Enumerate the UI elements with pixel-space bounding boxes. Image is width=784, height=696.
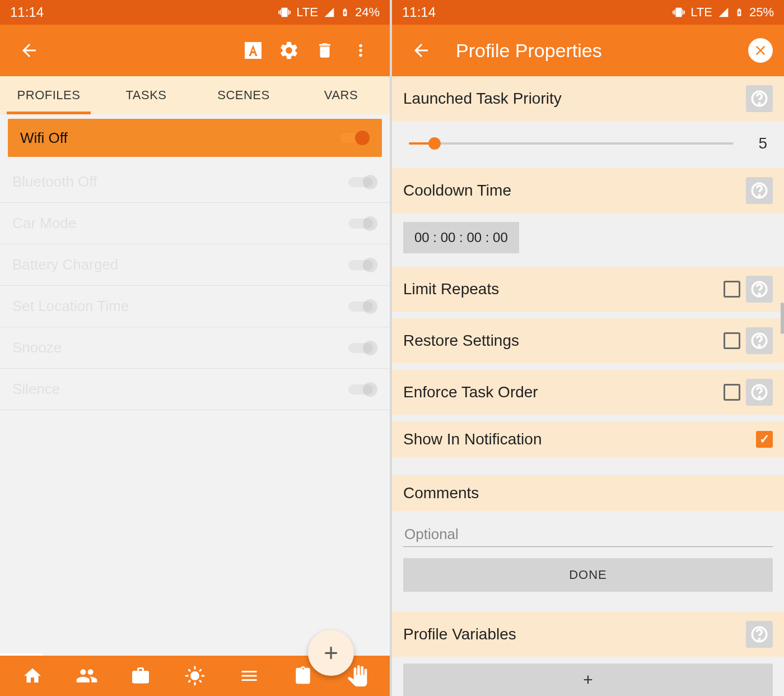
back-button[interactable] <box>403 33 439 68</box>
nav-people[interactable] <box>70 659 104 693</box>
profile-switch[interactable] <box>348 298 377 315</box>
help-button[interactable] <box>746 177 773 204</box>
profile-item-selected[interactable]: Wifi Off <box>8 119 382 157</box>
delete-button[interactable] <box>307 33 343 68</box>
status-battery: 24% <box>355 5 380 20</box>
profile-switch[interactable] <box>348 340 377 356</box>
status-indicators: LTE 25% <box>673 5 774 20</box>
profile-switch[interactable] <box>348 215 377 232</box>
profile-item[interactable]: Silence <box>0 369 390 410</box>
comments-input[interactable] <box>403 522 773 547</box>
nav-work[interactable] <box>124 659 157 693</box>
cooldown-time[interactable]: 00 : 00 : 00 : 00 <box>403 222 519 253</box>
help-button[interactable] <box>746 85 773 112</box>
section-label: Enforce Task Order <box>403 383 718 401</box>
nav-menu[interactable] <box>232 659 266 693</box>
profile-name: Battery Charged <box>12 256 118 273</box>
settings-scroll[interactable]: Launched Task Priority 5 Cooldown Time 0… <box>392 76 784 696</box>
vibrate-icon <box>673 6 685 18</box>
profile-switch[interactable] <box>340 129 370 146</box>
section-restore-settings: Restore Settings <box>392 318 784 363</box>
priority-slider-row: 5 <box>392 128 784 168</box>
svg-point-5 <box>759 294 760 295</box>
section-label: Limit Repeats <box>403 280 718 298</box>
svg-point-9 <box>759 397 760 398</box>
help-button[interactable] <box>746 276 773 303</box>
done-button[interactable]: DONE <box>403 558 773 592</box>
limit-repeats-checkbox[interactable] <box>724 281 740 298</box>
more-button[interactable] <box>343 33 379 68</box>
section-comments: Comments <box>392 475 784 511</box>
tab-profiles[interactable]: PROFILES <box>0 76 97 114</box>
priority-value: 5 <box>750 134 767 152</box>
svg-point-11 <box>759 639 760 640</box>
tab-tasks[interactable]: TASKS <box>97 76 195 114</box>
actionbar-left <box>0 25 390 76</box>
section-cooldown: Cooldown Time <box>392 168 784 213</box>
priority-slider[interactable] <box>409 137 734 150</box>
profile-name: Silence <box>12 381 60 398</box>
restore-settings-checkbox[interactable] <box>724 332 740 349</box>
nav-brightness[interactable] <box>178 659 212 693</box>
profile-item[interactable]: Snooze <box>0 327 390 369</box>
section-launched-priority: Launched Task Priority <box>392 76 784 121</box>
svg-point-1 <box>759 103 760 104</box>
profile-item[interactable]: Car Mode <box>0 203 390 244</box>
more-vert-icon <box>351 41 370 60</box>
gear-icon <box>278 40 300 61</box>
status-time: 11:14 <box>10 4 44 20</box>
actionbar-right: Profile Properties <box>392 25 784 76</box>
tabs: PROFILES TASKS SCENES VARS <box>0 76 390 114</box>
status-network: LTE <box>690 5 712 20</box>
profile-switch[interactable] <box>348 381 377 398</box>
settings-button[interactable] <box>271 33 307 68</box>
trash-icon <box>315 41 334 60</box>
help-button[interactable] <box>746 379 773 406</box>
tab-vars[interactable]: VARS <box>292 76 390 114</box>
fab-add[interactable]: + <box>308 630 354 676</box>
nav-home[interactable] <box>16 659 49 693</box>
bottom-indicator <box>0 653 43 656</box>
section-label: Profile Variables <box>403 625 740 643</box>
back-button[interactable] <box>11 33 47 68</box>
help-icon <box>750 383 769 402</box>
help-button[interactable] <box>746 621 773 648</box>
font-button[interactable] <box>235 33 271 68</box>
help-icon <box>750 181 769 200</box>
profile-item[interactable]: Bluetooth Off <box>0 161 390 203</box>
section-enforce-order: Enforce Task Order <box>392 370 784 415</box>
svg-point-3 <box>759 195 760 196</box>
profile-switch[interactable] <box>348 174 377 191</box>
signal-icon <box>718 7 729 18</box>
profile-item[interactable]: Set Location Time <box>0 286 390 327</box>
section-label: Launched Task Priority <box>403 90 740 108</box>
plus-icon: + <box>324 639 338 667</box>
signal-icon <box>324 7 335 18</box>
profile-name: Set Location Time <box>12 298 129 315</box>
status-battery: 25% <box>749 5 774 20</box>
arrow-back-icon <box>411 40 431 61</box>
section-show-notification: Show In Notification <box>392 421 784 457</box>
battery-icon <box>735 6 744 19</box>
enforce-order-checkbox[interactable] <box>724 384 740 401</box>
briefcase-icon <box>130 666 151 686</box>
page-title: Profile Properties <box>456 40 602 62</box>
close-button[interactable] <box>748 38 773 63</box>
show-notification-checkbox[interactable] <box>756 431 773 448</box>
profile-item[interactable]: Battery Charged <box>0 244 390 286</box>
statusbar-left: 11:14 LTE 24% <box>0 0 390 25</box>
close-icon <box>753 43 768 58</box>
tab-scenes[interactable]: SCENES <box>195 76 292 114</box>
add-variable-button[interactable]: + <box>403 663 773 696</box>
status-indicators: LTE 24% <box>278 5 380 20</box>
vibrate-icon <box>278 6 291 18</box>
section-label: Show In Notification <box>403 430 750 448</box>
arrow-back-icon <box>19 40 39 61</box>
svg-point-7 <box>759 345 760 346</box>
help-button[interactable] <box>746 327 773 354</box>
section-limit-repeats: Limit Repeats <box>392 267 784 312</box>
profile-list[interactable]: Wifi Off Bluetooth Off Car Mode Battery … <box>0 114 390 656</box>
profile-switch[interactable] <box>348 257 377 273</box>
profile-name: Bluetooth Off <box>12 173 97 191</box>
people-icon <box>76 665 98 687</box>
